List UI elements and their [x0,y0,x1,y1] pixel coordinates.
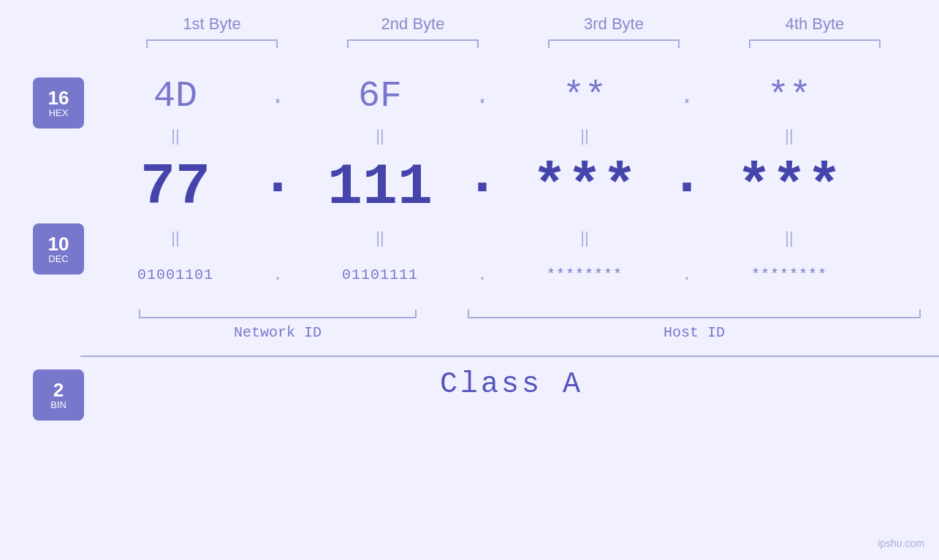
bracket-b1 [146,39,278,48]
bin-badge-label: BIN [50,399,66,410]
byte1-header: 1st Byte [132,15,292,34]
dec-b4-value: *** [737,154,842,220]
class-section: Class A [80,356,939,401]
bracket-b4 [749,39,881,48]
dec-dot2-symbol: · [465,154,500,220]
bin-b2-value: 01101111 [342,266,418,283]
bin-b2-cell: 01101111 [300,266,460,283]
bin-b1-cell: 01001101 [95,266,256,283]
byte2-header: 2nd Byte [332,15,493,34]
bin-dot2-symbol: . [477,265,487,285]
hex-dot2: . [460,81,504,111]
byte3-header: 3rd Byte [533,15,694,34]
network-id-bracket-line [139,310,417,318]
dec-b3-value: *** [532,154,637,220]
bin-dot1-symbol: . [273,265,283,285]
watermark: ipshu.com [878,537,924,549]
hex-b1-value: 4D [153,75,197,117]
dec-dot3: · [665,154,709,220]
dec-dot1: · [256,154,300,220]
dec-dot2: · [460,154,504,220]
bin-b4-cell: ******** [709,266,870,283]
dec-dot1-symbol: · [260,154,295,220]
eq1-b3: || [504,126,665,145]
hex-badge-label: HEX [49,107,69,118]
top-brackets [112,39,916,48]
eq-row-2: || || || || [95,223,928,253]
hex-badge-number: 16 [48,88,69,107]
host-id-bracket-line [468,310,921,318]
hex-row: 4D . 6F . ** . ** [95,70,928,121]
eq1-b1: || [95,126,256,145]
hex-b2-cell: 6F [300,75,460,117]
hex-b1-cell: 4D [95,75,256,117]
bin-dot3: . [665,265,709,285]
eq2-b4: || [709,229,870,248]
byte4-header: 4th Byte [734,15,895,34]
eq2-b1: || [95,229,256,248]
bin-row: 01001101 . 01101111 . ******** . [95,253,928,296]
dec-b4-cell: *** [709,154,870,220]
network-id-bracket-wrap: Network ID [95,310,460,341]
eq1-b2: || [300,126,460,145]
dec-dot3-symbol: · [669,154,704,220]
dec-badge-label: DEC [48,253,68,264]
dec-badge-number: 10 [48,234,69,253]
bin-b1-value: 01001101 [137,266,213,283]
main-container: 1st Byte 2nd Byte 3rd Byte 4th Byte 16 H… [0,0,939,560]
dec-b3-cell: *** [504,154,665,220]
bin-badge-number: 2 [53,380,64,399]
bin-badge: 2 BIN [33,369,84,421]
hex-b4-cell: ** [709,75,870,117]
hex-dot3-symbol: . [679,81,695,111]
hex-dot2-symbol: . [474,81,490,111]
hex-dot1-symbol: . [270,81,286,111]
main-content: 16 HEX 10 DEC 2 BIN 4D [0,70,939,421]
hex-dot1: . [256,81,300,111]
eq2-b3: || [504,229,665,248]
bin-b3-value: ******** [547,266,623,283]
dec-row: 77 · 111 · *** · *** [95,150,928,223]
hex-badge: 16 HEX [33,77,84,129]
eq1-b4: || [709,126,870,145]
bin-dot3-symbol: . [682,265,692,285]
network-id-label: Network ID [234,324,322,341]
bin-b4-value: ******** [751,266,827,283]
byte-headers-row: 1st Byte 2nd Byte 3rd Byte 4th Byte [112,15,916,34]
hex-b3-value: ** [563,75,607,117]
dec-b2-value: 111 [327,154,433,220]
bin-dot1: . [256,265,300,285]
bracket-b3 [548,39,680,48]
host-id-label: Host ID [664,324,725,341]
hex-b4-value: ** [767,75,811,117]
class-label: Class A [440,368,583,401]
dec-badge: 10 DEC [33,223,84,275]
rows-column: 4D . 6F . ** . ** [95,70,939,401]
hex-b3-cell: ** [504,75,665,117]
host-id-bracket-wrap: Host ID [460,310,928,341]
hex-b2-value: 6F [358,75,402,117]
dec-b2-cell: 111 [300,154,460,220]
dec-b1-cell: 77 [95,154,256,220]
bin-b3-cell: ******** [504,266,665,283]
dec-b1-value: 77 [140,154,210,220]
bracket-b2 [347,39,479,48]
hex-dot3: . [665,81,709,111]
bin-dot2: . [460,265,504,285]
eq-row-1: || || || || [95,121,928,150]
eq2-b2: || [300,229,460,248]
bottom-brackets-section: Network ID Host ID Class A [95,304,928,401]
